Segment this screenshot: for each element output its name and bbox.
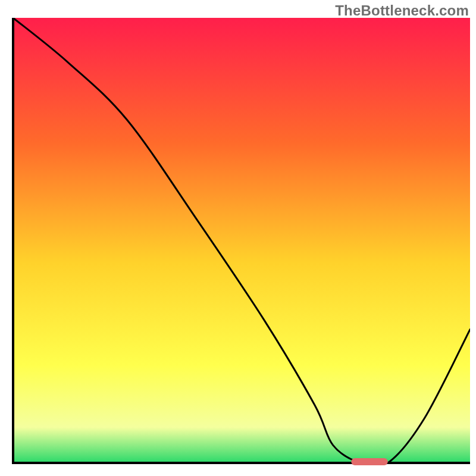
watermark-text: TheBottleneck.com <box>335 2 469 19</box>
optimal-marker <box>351 458 387 465</box>
gradient-background <box>13 18 470 463</box>
chart-stage: TheBottleneck.com <box>0 0 476 476</box>
bottleneck-chart <box>0 0 476 476</box>
